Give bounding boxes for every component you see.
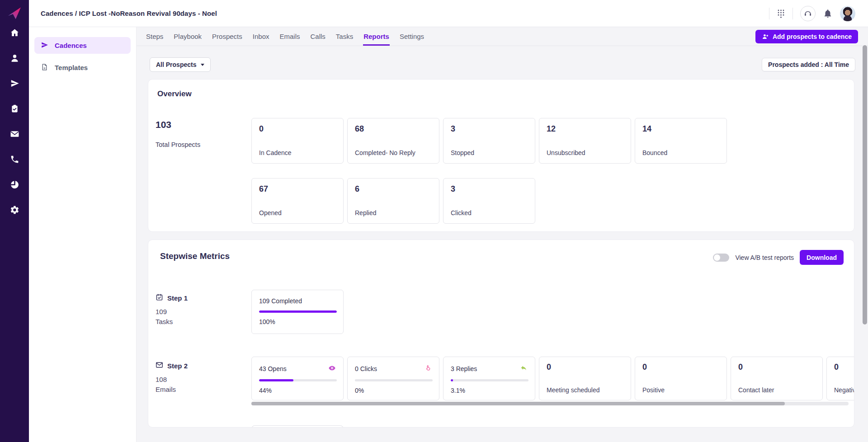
overview-panel: Overview 103 Total Prospects 0In Cadence… <box>148 79 854 232</box>
step1-completed-card: 109 Completed 100% <box>251 290 344 334</box>
tab-tasks[interactable]: Tasks <box>335 27 354 46</box>
progress-bar <box>259 379 337 381</box>
headset-icon[interactable] <box>800 6 816 21</box>
tab-playbook[interactable]: Playbook <box>173 27 202 46</box>
app-logo-icon[interactable] <box>7 6 22 20</box>
ab-test-toggle-label: View A/B test reports <box>735 254 794 261</box>
apps-grid-icon[interactable] <box>777 9 785 19</box>
progress-bar <box>451 379 528 381</box>
replies-card: 3 Replies 3.1% <box>443 357 535 400</box>
total-prospects: 103 Total Prospects <box>156 119 200 148</box>
chevron-down-icon <box>201 64 204 66</box>
opens-card: 43 Opens 44% <box>251 357 344 400</box>
divider <box>769 8 769 19</box>
tabs: Steps Playbook Prospects Inbox Emails Ca… <box>146 27 425 46</box>
download-button[interactable]: Download <box>800 250 844 265</box>
clicks-card: 0 Clicks 0% <box>347 357 439 400</box>
step1-count: 109 <box>156 308 188 315</box>
tasks-clipboard-icon[interactable] <box>9 103 20 113</box>
tab-settings[interactable]: Settings <box>399 27 425 46</box>
click-hand-icon <box>424 364 432 373</box>
cadences-send-icon[interactable] <box>9 78 20 88</box>
overview-cards-row2: 67Opened 6Replied 3Clicked <box>251 178 535 224</box>
home-icon[interactable] <box>9 28 20 38</box>
stat-card-in-cadence: 0In Cadence <box>251 118 344 164</box>
calls-phone-icon[interactable] <box>9 154 20 164</box>
reports-pie-icon[interactable] <box>9 179 20 189</box>
vertical-scrollbar[interactable] <box>863 45 867 324</box>
step2-cards: 43 Opens 44% 0 Clicks 0% 3 Replies <box>251 357 854 400</box>
prospects-filter-dropdown[interactable]: All Prospects <box>150 57 211 72</box>
next-step-card-peek <box>251 425 344 428</box>
secondary-sidebar: Cadences Templates <box>29 27 137 442</box>
nav-rail <box>0 0 29 442</box>
negative-card: 0Negative <box>826 357 854 400</box>
stepwise-actions: View A/B test reports Download <box>713 250 844 265</box>
eye-icon <box>328 364 336 373</box>
reply-arrow-icon <box>520 364 528 373</box>
user-avatar[interactable] <box>840 6 855 21</box>
cadence-tab-bar: Steps Playbook Prospects Inbox Emails Ca… <box>137 27 868 46</box>
prospects-added-filter[interactable]: Prospects added : All Time <box>762 58 855 71</box>
app-root: Cadences / ICP Lost -NoReason Revival 90… <box>0 0 868 442</box>
step2-count: 108 <box>156 376 188 383</box>
stepwise-metrics-panel: Stepwise Metrics View A/B test reports D… <box>148 240 854 428</box>
stat-card-stopped: 3Stopped <box>443 118 535 164</box>
step1-cards: 109 Completed 100% <box>251 290 344 334</box>
total-prospects-value: 103 <box>156 119 200 130</box>
stat-card-bounced: 14Bounced <box>635 118 727 164</box>
overview-cards-row1: 0In Cadence 68Completed- No Reply 3Stopp… <box>251 118 727 164</box>
tab-reports[interactable]: Reports <box>363 27 390 46</box>
task-calendar-icon <box>156 293 163 302</box>
step2-label: Step 2 108 Emails <box>156 361 188 393</box>
positive-card: 0Positive <box>635 357 727 400</box>
sidebar-item-templates[interactable]: Templates <box>34 59 131 76</box>
overview-title: Overview <box>157 89 854 99</box>
add-prospects-button[interactable]: Add prospects to cadence <box>755 30 858 43</box>
divider <box>793 8 793 19</box>
horizontal-scrollbar-thumb[interactable] <box>251 402 785 405</box>
tab-calls[interactable]: Calls <box>310 27 326 46</box>
stat-card-replied: 6Replied <box>347 178 439 224</box>
tab-inbox[interactable]: Inbox <box>252 27 270 46</box>
emails-envelope-icon[interactable] <box>9 129 20 139</box>
ab-test-toggle[interactable] <box>713 254 729 262</box>
stat-card-unsubscribed: 12Unsubscribed <box>539 118 631 164</box>
top-header: Cadences / ICP Lost -NoReason Revival 90… <box>29 0 868 27</box>
sidebar-item-cadences[interactable]: Cadences <box>34 37 131 54</box>
step1-label: Step 1 109 Tasks <box>156 293 188 325</box>
meeting-scheduled-card: 0Meeting scheduled <box>539 357 631 400</box>
tab-emails[interactable]: Emails <box>279 27 300 46</box>
person-plus-icon <box>762 33 769 40</box>
sidebar-item-label: Cadences <box>55 42 87 49</box>
progress-bar <box>355 379 433 381</box>
contact-later-card: 0Contact later <box>731 357 823 400</box>
envelope-icon <box>156 361 163 370</box>
rail-icon-list <box>9 28 20 215</box>
paper-plane-icon <box>41 41 48 50</box>
tab-prospects[interactable]: Prospects <box>212 27 243 46</box>
settings-gear-icon[interactable] <box>9 205 20 215</box>
contacts-icon[interactable] <box>9 53 20 63</box>
step1-unit: Tasks <box>156 318 188 325</box>
tab-steps[interactable]: Steps <box>146 27 164 46</box>
total-prospects-label: Total Prospects <box>156 141 200 148</box>
stat-card-clicked: 3Clicked <box>443 178 535 224</box>
sidebar-item-label: Templates <box>55 64 88 71</box>
header-actions <box>769 6 855 21</box>
breadcrumb: Cadences / ICP Lost -NoReason Revival 90… <box>41 9 217 17</box>
horizontal-scrollbar[interactable] <box>251 402 849 405</box>
stat-card-completed-no-reply: 68Completed- No Reply <box>347 118 439 164</box>
main-content: Steps Playbook Prospects Inbox Emails Ca… <box>137 27 868 442</box>
stat-card-opened: 67Opened <box>251 178 344 224</box>
document-icon <box>41 63 48 72</box>
progress-bar <box>259 310 337 313</box>
step2-unit: Emails <box>156 386 188 393</box>
notifications-bell-icon[interactable] <box>823 9 833 19</box>
